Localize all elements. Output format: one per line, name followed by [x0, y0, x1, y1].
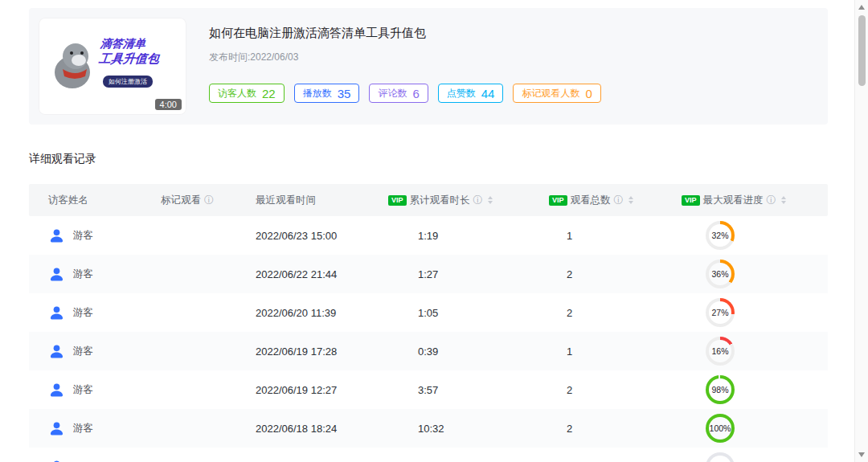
progress-ring: 36% [706, 260, 735, 288]
table-row: 游客2022/06/22 21:441:27236% [29, 255, 828, 293]
scrollbar[interactable] [854, 0, 868, 462]
stat-label: 标记观看人数 [522, 87, 579, 100]
last-watch-time: 2022/06/20 11:39 [256, 307, 388, 319]
watch-count: 1 [549, 345, 682, 358]
total-watch-duration: 1:19 [388, 230, 549, 242]
column-label: 标记观看 [161, 194, 201, 207]
thumbnail-text-line1: 滴答清单 [100, 37, 162, 51]
progress-ring [706, 452, 735, 462]
table-row: 游客2022/06/18 18:2410:322100% [29, 409, 828, 448]
column-header[interactable]: VIP观看总数ⓘ [549, 194, 682, 207]
scroll-down-button[interactable] [855, 448, 868, 461]
progress-value: 36% [711, 269, 728, 279]
visitor-cell [48, 459, 161, 462]
progress-value: 16% [711, 346, 728, 356]
info-icon[interactable]: ⓘ [473, 194, 483, 207]
info-icon[interactable]: ⓘ [614, 194, 624, 207]
sort-icon[interactable] [781, 196, 786, 204]
total-watch-duration: 10:32 [388, 423, 549, 435]
progress-value: 27% [711, 308, 728, 317]
stat-pill: 访客人数22 [209, 84, 285, 103]
visitor-name: 游客 [73, 306, 93, 320]
visitor-avatar-icon [48, 459, 65, 462]
thumbnail-mascot-image [48, 39, 104, 95]
column-label: 最近观看时间 [256, 194, 316, 207]
watch-count: 2 [549, 307, 682, 319]
scroll-down-icon [858, 452, 865, 457]
watch-count: 1 [549, 230, 682, 242]
visitor-cell: 游客 [48, 420, 161, 437]
vip-badge: VIP [549, 195, 567, 206]
total-watch-duration: 3:57 [388, 384, 549, 396]
watch-records-table: 访客姓名标记观看ⓘ最近观看时间VIP累计观看时长ⓘVIP观看总数ⓘVIP最大观看… [29, 184, 828, 462]
stat-value: 44 [481, 87, 495, 100]
info-icon[interactable]: ⓘ [767, 194, 776, 207]
visitor-name: 游客 [73, 268, 93, 281]
column-header[interactable]: VIP最大观看进度ⓘ [682, 194, 828, 207]
video-analytics-page: 滴答清单 工具升值包 如何注册激活 4:00 如何在电脑注册激活滴答清单工具升值… [0, 0, 868, 462]
stat-value: 6 [412, 87, 419, 100]
max-progress-cell [682, 452, 828, 462]
max-progress-cell: 36% [682, 260, 828, 288]
publish-time: 发布时间:2022/06/03 [209, 51, 818, 64]
scroll-up-button[interactable] [855, 1, 868, 14]
table-row: 游客2022/06/23 15:001:19132% [29, 216, 828, 255]
visitor-avatar-icon [48, 382, 65, 399]
visitor-avatar-icon [48, 305, 65, 321]
stat-label: 访客人数 [218, 87, 256, 100]
watch-count: 2 [549, 423, 682, 435]
vip-badge: VIP [388, 195, 407, 206]
column-header: 标记观看ⓘ [161, 194, 256, 207]
scrollbar-thumb[interactable] [858, 15, 866, 86]
stats-row: 访客人数22播放数35评论数6点赞数44标记观看人数0 [209, 84, 818, 103]
watch-count: 2 [549, 384, 682, 396]
stat-pill: 标记观看人数0 [513, 84, 600, 103]
stat-pill: 点赞数44 [438, 84, 504, 103]
visitor-avatar-icon [48, 266, 65, 283]
video-thumbnail[interactable]: 滴答清单 工具升值包 如何注册激活 4:00 [39, 18, 186, 115]
thumbnail-text-badge: 如何注册激活 [103, 76, 153, 88]
visitor-cell: 游客 [48, 305, 161, 321]
scroll-up-icon [858, 5, 865, 10]
column-header: 最近观看时间 [256, 194, 388, 207]
progress-ring: 27% [706, 298, 735, 327]
column-label: 累计观看时长 [410, 194, 470, 207]
column-header: 访客姓名 [48, 194, 161, 207]
progress-ring: 98% [706, 375, 735, 404]
progress-ring: 16% [706, 337, 735, 366]
stat-value: 22 [262, 87, 276, 100]
max-progress-cell: 27% [682, 298, 828, 327]
column-header[interactable]: VIP累计观看时长ⓘ [388, 194, 549, 207]
video-summary-card: 滴答清单 工具升值包 如何注册激活 4:00 如何在电脑注册激活滴答清单工具升值… [29, 8, 828, 125]
visitor-avatar-icon [48, 343, 65, 360]
stat-label: 点赞数 [447, 87, 476, 100]
visitor-avatar-icon [48, 420, 65, 437]
vip-badge: VIP [682, 195, 700, 206]
visitor-cell: 游客 [48, 266, 161, 283]
progress-ring: 100% [706, 414, 735, 443]
table-row: 游客2022/06/19 17:280:39116% [29, 332, 828, 370]
max-progress-cell: 100% [682, 414, 828, 443]
visitor-cell: 游客 [48, 343, 161, 360]
stat-value: 0 [585, 87, 592, 100]
table-body: 游客2022/06/23 15:001:19132%游客2022/06/22 2… [29, 216, 828, 462]
visitor-name: 游客 [73, 229, 93, 243]
thumbnail-text: 滴答清单 工具升值包 [98, 37, 162, 66]
visitor-avatar-icon [48, 227, 65, 244]
sort-icon[interactable] [628, 196, 633, 204]
column-label: 访客姓名 [48, 194, 88, 207]
info-icon[interactable]: ⓘ [204, 194, 214, 207]
sort-icon[interactable] [488, 196, 493, 204]
table-row: 游客2022/06/19 12:273:57298% [29, 370, 828, 409]
visitor-name: 游客 [73, 422, 93, 435]
column-label: 观看总数 [571, 194, 611, 207]
progress-value: 98% [711, 385, 728, 395]
last-watch-time: 2022/06/19 17:28 [256, 345, 388, 358]
table-header-row: 访客姓名标记观看ⓘ最近观看时间VIP累计观看时长ⓘVIP观看总数ⓘVIP最大观看… [29, 184, 828, 216]
table-row: 游客2022/06/20 11:391:05227% [29, 293, 828, 332]
stat-pill: 评论数6 [369, 84, 428, 103]
stat-label: 播放数 [303, 87, 332, 100]
max-progress-cell: 16% [682, 337, 828, 366]
watch-count: 2 [549, 268, 682, 280]
stat-label: 评论数 [378, 87, 407, 100]
